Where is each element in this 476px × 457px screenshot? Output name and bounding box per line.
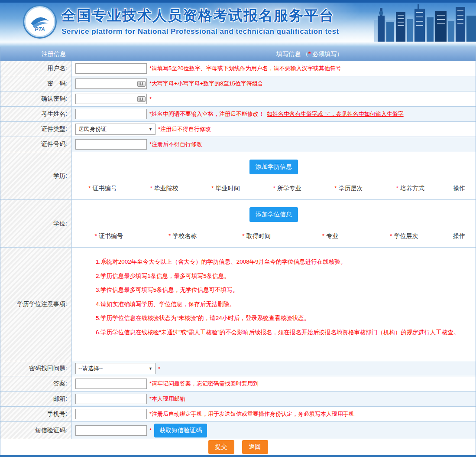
get-sms-code-button[interactable]: 获取短信验证码 [154,424,207,437]
site-title: 全国专业技术人员资格考试报名服务平台 [62,6,339,26]
username-note: *请填写5至20位数字、字母或下划线作为用户名，请不要输入汉字或其他符号 [149,65,341,72]
email-input[interactable] [75,394,147,404]
sms-code-row: 短信验证码: * 获取短信验证码 [0,421,476,439]
id-number-note: *注册后不得自行修改 [149,140,202,148]
candidate-name-note: *姓名中间请不要输入空格，注册后不能修改！ [149,110,264,118]
notice-item: 5.学历学位信息在线核验状态为“未核验”的，请24小时后，登录系统查看核验状态。 [96,314,471,323]
page: PTA 全国专业技术人员资格考试报名服务平台 Service platform … [0,0,476,457]
id-type-selected-value: 居民身份证 [78,125,107,133]
security-question-select[interactable]: --请选择-- ▼ [75,363,155,374]
degree-row: 学位: 添加学位信息 *证书编号 *学校名称 *取得时间 *专业 *学位层次 操… [0,199,476,247]
security-question-row: 密码找回问题: --请选择-- ▼ * [0,361,476,376]
notice-label: 学历学位注意事项: [17,300,67,308]
notice-row: 学历学位注意事项: 1.系统对2002年至今大专以上（含大专）的学历信息、200… [0,247,476,361]
column-header: *学校名称 [146,232,219,240]
sms-code-input[interactable] [75,425,147,436]
confirm-password-note: * [149,96,152,102]
email-row: 邮箱: *本人现用邮箱 [0,391,476,406]
confirm-password-row: 确认密码: * [0,91,476,106]
username-label: 用户名: [47,65,67,72]
registration-form: 注册信息 填写信息 （* 必须填写） 用户名: *请填写5至20位数字、字母或下… [0,47,476,455]
back-button[interactable]: 返回 [242,440,268,454]
answer-input[interactable] [75,379,147,389]
header-titles: 全国专业技术人员资格考试报名服务平台 Service platform for … [62,6,339,36]
email-label: 邮箱: [53,395,67,403]
notice-item: 2.学历信息最少填写1条信息，最多可填写5条信息。 [96,272,471,281]
mobile-row: 手机号: *注册后自动绑定手机，用于发送短信或重要操作身份认定，务必填写本人现用… [0,406,476,421]
column-header: *证书编号 [72,185,133,193]
id-number-input[interactable] [75,139,147,150]
answer-label: 答案: [53,380,67,388]
id-type-note: *注册后不得自行修改 [158,125,211,133]
confirm-password-label: 确认密码: [41,95,67,103]
pta-logo-emblem: PTA [28,10,52,34]
candidate-name-input[interactable] [75,109,147,119]
rare-character-help-link[interactable]: 如姓名中含有生僻字或 “·”，参见姓名中如何输入生僻字 [267,110,404,118]
notice-item: 3.学位信息最多可填写5条信息，无学位信息可不填写。 [96,286,471,294]
degree-column-headers: *证书编号 *学校名称 *取得时间 *专业 *学位层次 操作 [72,232,476,240]
security-question-selected-value: --请选择-- [78,365,103,372]
mobile-note: *注册后自动绑定手机，用于发送短信或重要操作身份认定，务必填写本人现用手机 [149,410,354,418]
candidate-name-row: 考生姓名: *姓名中间请不要输入空格，注册后不能修改！ 如姓名中含有生僻字或 “… [0,106,476,121]
svg-text:PTA: PTA [35,26,45,33]
column-header: *毕业时间 [195,185,256,193]
password-label: 密 码: [47,80,67,88]
notice-list: 1.系统对2002年至今大专以上（含大专）的学历信息、2008年9月至今的学位信… [72,248,476,361]
notice-item: 6.学历学位信息在线核验“未通过”或“需人工核验”的不会影响后续报名，须在报名开… [96,328,471,337]
mobile-label: 手机号: [47,410,67,418]
password-row: 密 码: *大写字母+小写字母+数字的8至15位字符组合 [0,76,476,91]
username-row: 用户名: *请填写5至20位数字、字母或下划线作为用户名，请不要输入汉字或其他符… [0,61,476,76]
password-note: *大写字母+小写字母+数字的8至15位字符组合 [149,80,263,88]
answer-note: *请牢记问题答案，忘记密码需找回时要用到 [149,380,259,388]
column-header: 操作 [441,232,476,240]
education-label: 学历: [53,172,67,180]
bottom-bar [0,455,476,457]
notice-item: 1.系统对2002年至今大专以上（含大专）的学历信息、2008年9月至今的学位信… [96,258,471,266]
header-divider-strip [0,42,476,47]
column-header: *取得时间 [220,232,293,240]
confirm-password-input[interactable] [75,94,147,104]
add-degree-button[interactable]: 添加学位信息 [249,207,298,222]
column-header: *毕业院校 [133,185,195,193]
id-number-row: 证件号码: *注册后不得自行修改 [0,137,476,152]
keyboard-icon[interactable] [137,81,146,87]
column-header: *培养方式 [379,185,441,193]
table-header-left: 注册信息 [42,47,66,61]
notice-item: 4.请如实准确填写学历、学位信息，保存后无法删除。 [96,300,471,309]
sms-code-note: * [149,427,152,434]
security-question-note: * [158,366,160,372]
password-input[interactable] [75,78,147,89]
column-header: *学历层次 [318,185,379,193]
city-skyline-image [374,3,476,42]
table-header-right: 填写信息 （* 必须填写） [276,47,343,61]
column-header: *专业 [293,232,367,240]
chevron-down-icon: ▼ [149,127,152,131]
site-subtitle: Service platform for National Profession… [62,27,339,36]
id-type-row: 证件类型: 居民身份证 ▼ *注册后不得自行修改 [0,121,476,137]
keyboard-icon[interactable] [137,96,146,102]
chevron-down-icon: ▼ [149,366,152,371]
column-header: 操作 [441,185,476,193]
column-header: *学位层次 [367,232,441,240]
submit-button[interactable]: 提交 [208,440,234,454]
column-header: *证书编号 [72,232,146,240]
education-row: 学历: 添加学历信息 *证书编号 *毕业院校 *毕业时间 *所学专业 *学历层次… [0,152,476,199]
email-note: *本人现用邮箱 [149,395,185,403]
pta-logo: PTA [24,6,55,37]
security-question-label: 密码找回问题: [29,365,67,372]
footer-actions: 提交 返回 [0,439,476,455]
table-header-row: 注册信息 填写信息 （* 必须填写） [0,47,476,61]
site-header: PTA 全国专业技术人员资格考试报名服务平台 Service platform … [0,3,476,42]
degree-label: 学位: [53,220,67,228]
username-input[interactable] [75,63,147,74]
sms-code-label: 短信验证码: [35,427,67,434]
add-education-button[interactable]: 添加学历信息 [249,160,298,174]
id-number-label: 证件号码: [41,140,67,148]
mobile-input[interactable] [75,409,147,419]
education-column-headers: *证书编号 *毕业院校 *毕业时间 *所学专业 *学历层次 *培养方式 操作 [72,185,476,193]
id-type-label: 证件类型: [41,125,67,133]
column-header: *所学专业 [256,185,318,193]
answer-row: 答案: *请牢记问题答案，忘记密码需找回时要用到 [0,376,476,391]
candidate-name-label: 考生姓名: [41,110,67,118]
id-type-select[interactable]: 居民身份证 ▼ [75,124,155,135]
